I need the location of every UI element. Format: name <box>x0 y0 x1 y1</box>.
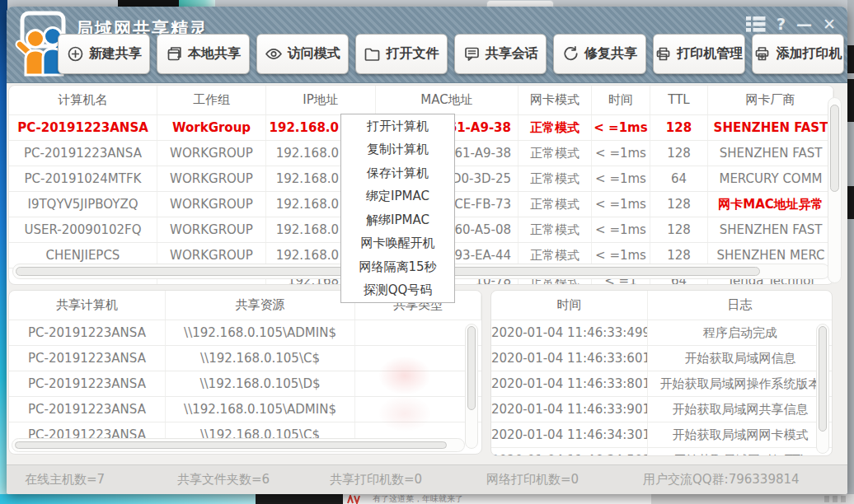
host-name: I9TQYV5JIPBOYZQ <box>9 192 157 217</box>
host-column-header[interactable]: 网卡厂商 <box>708 86 833 114</box>
share-horizontal-scrollbar[interactable] <box>12 438 465 452</box>
desktop-bottom-cyan <box>0 494 256 504</box>
host-nic-vendor: SHENZHEN FAST <box>708 217 833 242</box>
host-column-header[interactable]: MAC地址 <box>376 86 518 114</box>
context-menu-item[interactable]: 打开计算机 <box>341 114 454 138</box>
taskbar-fragment <box>256 494 343 504</box>
log-column-header[interactable]: 日志 <box>648 291 833 320</box>
share-column-header[interactable]: 共享资源 <box>166 291 355 320</box>
host-workgroup: WorkGroup <box>157 115 266 140</box>
background-glyphs <box>824 496 849 502</box>
host-ping-time: < =1ms <box>592 141 650 166</box>
log-vertical-scroll-thumb[interactable] <box>819 326 827 432</box>
host-column-header[interactable]: 时间 <box>592 86 650 114</box>
log-row[interactable]: 2020-01-04 11:46:33:601 开始获取局域网信息 <box>491 345 832 371</box>
host-vertical-scrollbar[interactable] <box>828 97 842 283</box>
help-icon[interactable]: ? <box>777 15 786 33</box>
watermark <box>368 348 442 439</box>
printer-manage-button[interactable]: 打印机管理 <box>653 34 745 74</box>
log-rows: 2020-01-04 11:46:33:499 程序启动完成 2020-01-0… <box>491 320 832 456</box>
local-share-icon <box>166 45 183 63</box>
background-red-logo <box>346 495 368 504</box>
plus-circle-icon <box>67 45 84 63</box>
host-nic-mode: 正常模式 <box>518 217 592 242</box>
host-name: PC-20191024MTFK <box>9 166 157 191</box>
local-share-button[interactable]: 本地共享 <box>157 34 249 74</box>
log-column-header[interactable]: 时间 <box>491 291 648 320</box>
desktop-right-fragment <box>847 186 854 219</box>
toolbar: 新建共享 本地共享 访问模式 打开文件 共享会话 修复共享 打印机管理 添加打 <box>58 34 844 73</box>
context-menu-item[interactable]: 探测QQ号码 <box>341 279 454 303</box>
host-workgroup: WORKGROUP <box>157 217 266 242</box>
log-row[interactable]: 2020-01-04 11:46:34:301 开始获取局域网网卡模式 <box>491 422 832 447</box>
host-column-header[interactable]: IP地址 <box>266 86 376 114</box>
host-ttl: 128 <box>650 217 708 242</box>
log-message: 开始获取局域网时间TTL <box>648 448 833 456</box>
share-vertical-scrollbar[interactable] <box>465 324 478 449</box>
host-ttl: 128 <box>650 141 708 166</box>
status-bar: 在线主机数=7 共享文件夹数=6 共享打印机数=0 网络打印机数=0 用户交流Q… <box>7 464 847 494</box>
host-nic-mode: 正常模式 <box>518 166 592 191</box>
printer-icon <box>655 45 672 63</box>
host-ping-time: < =1ms <box>592 217 650 242</box>
open-file-button[interactable]: 打开文件 <box>355 34 448 74</box>
context-menu-item[interactable]: 网络隔离15秒 <box>341 255 454 279</box>
menu-icon[interactable] <box>746 16 766 32</box>
log-message: 开始获取局域网共享信息 <box>648 397 833 422</box>
share-computer: PC-20191223ANSA <box>9 320 166 345</box>
log-row[interactable]: 2020-01-04 11:46:33:801 开始获取局域网操作系统版本 <box>491 371 832 396</box>
repair-share-button[interactable]: 修复共享 <box>553 34 645 74</box>
share-vertical-scroll-thumb[interactable] <box>467 326 476 410</box>
context-menu-item[interactable]: 保存计算机 <box>341 161 454 185</box>
share-resource: \\192.168.0.105\ADMIN$ <box>166 320 355 345</box>
host-nic-mode: 正常模式 <box>518 115 592 140</box>
log-time: 2020-01-04 11:46:33:901 <box>491 397 648 422</box>
log-row[interactable]: 2020-01-04 11:46:34:501 开始获取局域网时间TTL <box>491 447 832 456</box>
host-column-header[interactable]: 网卡模式 <box>518 86 592 114</box>
log-time: 2020-01-04 11:46:34:501 <box>491 448 648 456</box>
minimize-icon[interactable]: — <box>796 15 812 33</box>
desktop-bottom-strip: 有了这道菜，年味就来了 <box>0 494 854 504</box>
context-menu: 打开计算机 复制计算机 保存计算机 绑定IPMAC 解绑IPMAC 网卡唤醒开机… <box>340 114 455 303</box>
host-nic-vendor: 网卡MAC地址异常 <box>708 192 833 217</box>
status-shared-folders: 共享文件夹数=6 <box>177 472 330 488</box>
host-name: PC-20191223ANSA <box>9 141 157 166</box>
log-time: 2020-01-04 11:46:33:601 <box>491 346 648 371</box>
context-menu-item[interactable]: 绑定IPMAC <box>341 185 454 209</box>
share-resource: \\192.168.0.105\C$ <box>166 346 355 371</box>
add-printer-button[interactable]: 添加打印机 <box>752 34 844 74</box>
log-vertical-scrollbar[interactable] <box>816 324 829 454</box>
access-mode-button[interactable]: 访问模式 <box>256 34 349 74</box>
log-message: 程序启动完成 <box>648 320 833 345</box>
context-menu-item[interactable]: 解绑IPMAC <box>341 208 454 232</box>
host-column-header[interactable]: 计算机名 <box>9 86 157 114</box>
new-share-button[interactable]: 新建共享 <box>58 34 150 74</box>
host-column-header[interactable]: 工作组 <box>157 86 266 114</box>
chat-icon <box>463 45 481 63</box>
host-nic-vendor: SHENZHEN FAST <box>708 115 833 140</box>
context-menu-item[interactable]: 网卡唤醒开机 <box>341 232 454 256</box>
share-column-header[interactable]: 共享计算机 <box>9 291 166 320</box>
printer-add-icon <box>753 45 771 63</box>
status-online-hosts: 在线主机数=7 <box>25 472 177 488</box>
host-ttl: 128 <box>650 115 708 140</box>
host-column-header[interactable]: TTL <box>650 86 708 114</box>
share-horizontal-scroll-thumb[interactable] <box>15 441 447 449</box>
status-qq-group: 用户交流QQ群:796339814 <box>643 472 800 488</box>
log-time: 2020-01-04 11:46:34:301 <box>491 422 648 447</box>
share-row[interactable]: PC-20191223ANSA \\192.168.0.105\ADMIN$ <box>9 320 481 345</box>
log-row[interactable]: 2020-01-04 11:46:33:901 开始获取局域网共享信息 <box>491 396 832 422</box>
eye-icon <box>265 45 283 63</box>
log-row[interactable]: 2020-01-04 11:46:33:499 程序启动完成 <box>491 320 832 345</box>
desktop-right-strip <box>847 0 854 504</box>
share-computer: PC-20191223ANSA <box>9 397 166 422</box>
context-menu-item[interactable]: 复制计算机 <box>341 138 454 162</box>
share-computer: PC-20191223ANSA <box>9 346 166 371</box>
share-resource: \\192.168.0.105\ADMIN$ <box>166 397 355 422</box>
share-session-button[interactable]: 共享会话 <box>454 34 547 74</box>
log-message: 开始获取局域网操作系统版本 <box>648 371 833 396</box>
host-vertical-scroll-thumb[interactable] <box>830 105 839 192</box>
host-nic-vendor: MERCURY COMM <box>708 166 833 191</box>
close-icon[interactable]: ✕ <box>823 15 836 33</box>
folder-icon <box>364 45 381 63</box>
